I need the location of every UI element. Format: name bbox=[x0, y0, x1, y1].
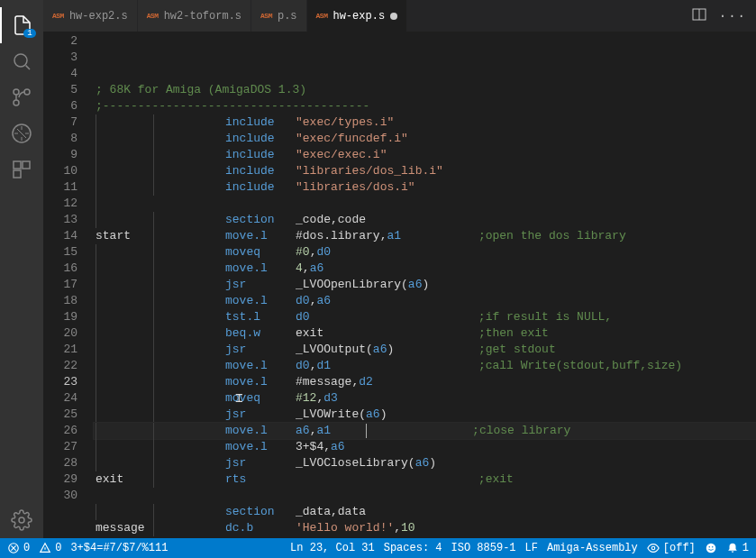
tab-hw-exp2-s[interactable]: ASMhw-exp2.s bbox=[43, 0, 138, 32]
code-line[interactable]: move.l d0,d1 ;call Write(stdout,buff,siz… bbox=[94, 358, 756, 374]
code-line[interactable]: jsr _LVOWrite(a6) bbox=[94, 407, 756, 423]
line-number: 21 bbox=[43, 342, 77, 358]
status-cursor-pos[interactable]: Ln 23, Col 31 bbox=[290, 542, 375, 554]
code-line[interactable]: include "exec/types.i" bbox=[94, 114, 756, 131]
token: d0 bbox=[316, 245, 331, 259]
token: jsr bbox=[225, 278, 296, 291]
token: start bbox=[208, 537, 243, 538]
token: move.l bbox=[225, 294, 296, 307]
token: move.l bbox=[225, 424, 296, 437]
status-encoding[interactable]: ISO 8859-1 bbox=[451, 542, 516, 554]
code-line[interactable]: move.l 3+$4,a6 bbox=[94, 439, 756, 455]
line-number: 22 bbox=[43, 358, 77, 374]
code-line[interactable]: exitrts ;exit bbox=[94, 471, 756, 488]
status-bar: 0 0 3+$4=#7/$7/%111 Ln 23, Col 31 Spaces… bbox=[0, 538, 756, 558]
code-line[interactable]: tst.l d0 ;if result is NULL, bbox=[94, 309, 756, 325]
token: a1 bbox=[387, 229, 401, 242]
token: _LVOOpenLibrary( bbox=[296, 278, 408, 291]
code-line[interactable]: move.l a6,a1 ;close library bbox=[94, 423, 756, 439]
code-line[interactable]: include "libraries/dos_lib.i" bbox=[94, 163, 756, 179]
explorer-badge: 1 bbox=[23, 29, 36, 38]
asm-file-icon: ASM bbox=[52, 12, 64, 20]
status-preview[interactable]: [off] bbox=[647, 542, 696, 554]
status-eval[interactable]: 3+$4=#7/$7/%111 bbox=[70, 542, 168, 554]
code-line[interactable]: section _data,data bbox=[94, 504, 756, 520]
code-line[interactable]: include "libraries/dos.i" bbox=[94, 179, 756, 196]
code-line[interactable]: move.l d0,a6 bbox=[94, 293, 756, 309]
tab-p-s[interactable]: ASMp.s bbox=[251, 0, 307, 32]
status-warnings[interactable]: 0 bbox=[39, 542, 61, 554]
code-line[interactable]: jsr _LVOCloseLibrary(a6) bbox=[94, 455, 756, 471]
status-language[interactable]: Amiga-Assembly bbox=[547, 542, 638, 554]
line-number: 10 bbox=[43, 163, 77, 179]
more-actions-icon[interactable]: ··· bbox=[719, 9, 747, 23]
code-line[interactable]: ;-------------------------------------- bbox=[94, 98, 756, 114]
token: "libraries/dos_lib.i" bbox=[296, 164, 443, 178]
gutter: 2345678910111213141516171819202122232425… bbox=[43, 32, 94, 538]
token: 'Hello world!' bbox=[296, 521, 394, 535]
activity-settings[interactable] bbox=[0, 502, 43, 538]
activity-debug[interactable] bbox=[0, 115, 43, 151]
token: a6 bbox=[366, 407, 380, 421]
dirty-indicator-icon bbox=[390, 13, 397, 20]
token: a6 bbox=[331, 440, 345, 453]
editor[interactable]: 2345678910111213141516171819202122232425… bbox=[43, 32, 756, 538]
code-line[interactable] bbox=[94, 488, 756, 504]
activity-search[interactable] bbox=[0, 43, 43, 79]
line-number: 20 bbox=[43, 325, 77, 342]
token: _code,code bbox=[296, 213, 366, 226]
token: jsr bbox=[225, 407, 296, 421]
status-notifications[interactable]: 1 bbox=[726, 542, 749, 554]
code-line[interactable]: beq.w exit ;then exit bbox=[94, 325, 756, 342]
tab-label: p.s bbox=[278, 10, 297, 23]
activity-extensions[interactable] bbox=[0, 151, 43, 188]
token: tst.l bbox=[225, 310, 296, 324]
code-line[interactable]: move.l #message,d2 bbox=[94, 374, 756, 390]
tab-hw2-toform-s[interactable]: ASMhw2-toform.s bbox=[138, 0, 251, 32]
code-line[interactable]: include "exec/funcdef.i" bbox=[94, 131, 756, 147]
code-line[interactable] bbox=[94, 196, 756, 212]
code-line[interactable]: ; 68K for Amiga (AmigaDOS 1.3) bbox=[94, 82, 756, 98]
token: move.l bbox=[225, 359, 296, 372]
line-number: 19 bbox=[43, 309, 77, 325]
token: ) bbox=[380, 407, 387, 421]
activity-source-control[interactable] bbox=[0, 79, 43, 115]
token: moveq bbox=[225, 391, 296, 405]
code-content[interactable]: ⌶ ; 68K for Amiga (AmigaDOS 1.3);-------… bbox=[94, 32, 756, 538]
svg-point-15 bbox=[712, 546, 714, 548]
code-line[interactable]: startmove.l #dos.library,a1 ;open the do… bbox=[94, 228, 756, 244]
code-line[interactable]: moveq #12,d3 bbox=[94, 390, 756, 407]
line-number: 29 bbox=[43, 471, 77, 488]
asm-file-icon: ASM bbox=[316, 12, 328, 20]
status-indent[interactable]: Spaces: 4 bbox=[384, 542, 442, 554]
code-line[interactable]: moveq #0,d0 bbox=[94, 244, 756, 261]
token: a1 bbox=[316, 424, 331, 437]
line-number: 15 bbox=[43, 244, 77, 261]
tab-hw-exp-s[interactable]: ASMhw-exp.s bbox=[307, 0, 408, 32]
svg-rect-6 bbox=[23, 161, 30, 169]
token: move.l bbox=[225, 261, 296, 275]
tab-bar: ASMhw-exp2.sASMhw2-toform.sASMp.sASMhw-e… bbox=[43, 0, 756, 32]
token: #message bbox=[296, 375, 351, 389]
split-editor-icon[interactable] bbox=[692, 7, 706, 25]
svg-rect-7 bbox=[14, 170, 21, 178]
code-line[interactable]: move.l 4,a6 bbox=[94, 261, 756, 277]
code-line[interactable]: section _code,code bbox=[94, 212, 756, 228]
status-feedback[interactable] bbox=[705, 542, 717, 554]
code-line[interactable]: include "exec/exec.i" bbox=[94, 147, 756, 163]
tab-label: hw-exp2.s bbox=[69, 10, 128, 23]
code-line[interactable]: jsr _LVOOutput(a6) ;get stdout bbox=[94, 342, 756, 358]
status-errors[interactable]: 0 bbox=[7, 542, 30, 554]
token: ;call Write(stdout,buff,size) bbox=[478, 359, 682, 372]
code-line[interactable]: jsr _LVOOpenLibrary(a6) bbox=[94, 277, 756, 293]
token: a6 bbox=[408, 278, 423, 291]
code-line[interactable]: ; end start bbox=[94, 536, 756, 538]
activity-explorer[interactable]: 1 bbox=[0, 7, 43, 43]
token: ;get stdout bbox=[478, 343, 556, 356]
line-number: 18 bbox=[43, 293, 77, 309]
token: a6 bbox=[415, 456, 430, 470]
token: jsr bbox=[225, 456, 296, 470]
token: _LVOCloseLibrary( bbox=[296, 456, 415, 470]
status-eol[interactable]: LF bbox=[525, 542, 538, 554]
code-line[interactable]: messagedc.b 'Hello world!',10 bbox=[94, 520, 756, 536]
